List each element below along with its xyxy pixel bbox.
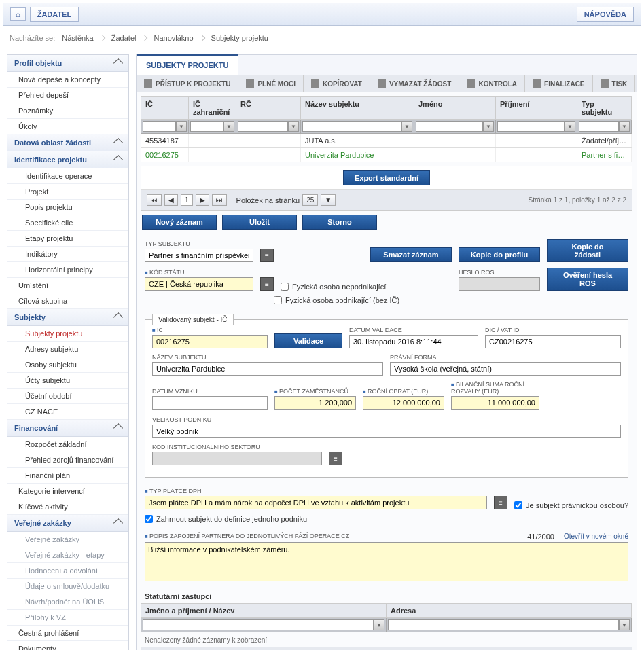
filter-button[interactable]: ▼ bbox=[619, 619, 630, 630]
sb-item-klicove-aktivity[interactable]: Klíčové aktivity bbox=[7, 499, 128, 515]
col-jmeno[interactable]: Jméno bbox=[414, 97, 496, 119]
filter-nazev[interactable] bbox=[302, 121, 401, 132]
col-nazev[interactable]: Název subjektu bbox=[301, 97, 414, 119]
pocet-zam-input[interactable] bbox=[274, 396, 356, 410]
filter-rc[interactable] bbox=[238, 121, 288, 132]
filter-adresa[interactable] bbox=[388, 619, 619, 630]
sb-item-dokumenty[interactable]: Dokumenty bbox=[7, 641, 128, 650]
dic-input[interactable] bbox=[485, 335, 621, 348]
col-icz[interactable]: IČ zahraniční bbox=[189, 97, 236, 119]
typ-platce-input[interactable] bbox=[145, 496, 487, 509]
kod-inst-input[interactable] bbox=[152, 452, 322, 465]
sb-datova-oblast[interactable]: Datová oblast žádosti bbox=[7, 134, 128, 151]
sb-item-cilova-skupina[interactable]: Cílová skupina bbox=[7, 293, 128, 309]
ic-input[interactable] bbox=[152, 335, 268, 348]
page-current[interactable]: 1 bbox=[181, 194, 193, 206]
validace-button[interactable]: Validace bbox=[274, 333, 342, 348]
col-ic[interactable]: IČ bbox=[141, 97, 189, 119]
sb-item-vz[interactable]: Veřejné zakázky bbox=[7, 532, 128, 547]
sb-item-subjekty-projektu[interactable]: Subjekty projektu bbox=[7, 326, 128, 342]
sb-item-prilohy-vz[interactable]: Přílohy k VZ bbox=[7, 610, 128, 626]
new-record-button[interactable]: Nový záznam bbox=[142, 215, 217, 230]
sb-item-poznamky[interactable]: Poznámky bbox=[7, 103, 128, 119]
cancel-button[interactable]: Storno bbox=[302, 215, 377, 230]
per-page-value[interactable]: 25 bbox=[302, 194, 318, 206]
sb-financovani[interactable]: Financování bbox=[7, 420, 128, 437]
sb-item-nova-depese[interactable]: Nová depeše a koncepty bbox=[7, 72, 128, 88]
filter-jmeno-nazev[interactable] bbox=[143, 619, 374, 630]
list-icon[interactable]: ≡ bbox=[494, 496, 507, 509]
crumb-zadatel[interactable]: Žadatel bbox=[111, 34, 137, 42]
page-next[interactable]: ▶ bbox=[196, 194, 209, 206]
col-rc[interactable]: RČ bbox=[236, 97, 301, 119]
help-button[interactable]: NÁPOVĚDA bbox=[577, 7, 634, 22]
crumb-nanovlakno[interactable]: Nanovlákno bbox=[154, 34, 193, 42]
filter-button[interactable]: ▼ bbox=[483, 121, 494, 132]
sb-item-ucetni-obdobi[interactable]: Účetní období bbox=[7, 389, 128, 404]
sb-item-specificke-cile[interactable]: Specifické cíle bbox=[7, 215, 128, 231]
copy-profile-button[interactable]: Kopie do profilu bbox=[459, 247, 540, 262]
fyz-podn-checkbox[interactable]: Fyzická osoba podnikající (bez IČ) bbox=[274, 296, 399, 304]
zahrnout-checkbox[interactable]: Zahrnout subjekt do definice jednoho pod… bbox=[145, 515, 628, 523]
delete-record-button[interactable]: Smazat záznam bbox=[370, 247, 452, 262]
sb-profil-objektu[interactable]: Profil objektu bbox=[7, 55, 128, 72]
page-last[interactable]: ⏭ bbox=[212, 194, 227, 206]
filter-button[interactable]: ▼ bbox=[619, 121, 630, 132]
sb-item-navrh-uohs[interactable]: Návrh/podnět na ÚOHS bbox=[7, 594, 128, 610]
sb-item-projekt[interactable]: Projekt bbox=[7, 184, 128, 200]
filter-prijmeni[interactable] bbox=[497, 121, 565, 132]
zadatel-button[interactable]: ŽADATEL bbox=[30, 7, 79, 22]
filter-button[interactable]: ▼ bbox=[374, 619, 384, 630]
bilancni-suma-input[interactable] bbox=[451, 396, 539, 410]
per-page-dropdown[interactable]: ▼ bbox=[321, 194, 336, 206]
popis-zapojeni-textarea[interactable] bbox=[145, 542, 628, 581]
filter-typ[interactable] bbox=[579, 121, 619, 132]
sb-item-etapy[interactable]: Etapy projektu bbox=[7, 231, 128, 247]
tb-tisk[interactable]: TISK bbox=[593, 75, 636, 92]
sb-item-cz-nace[interactable]: CZ NACE bbox=[7, 404, 128, 420]
open-new-window-link[interactable]: Otevřít v novém okně bbox=[564, 532, 628, 541]
sb-item-indikatory[interactable]: Indikátory bbox=[7, 247, 128, 262]
save-button[interactable]: Uložit bbox=[222, 215, 297, 230]
filter-button[interactable]: ▼ bbox=[565, 121, 575, 132]
kod-statu-input[interactable] bbox=[145, 277, 253, 291]
sb-verejne-zakazky[interactable]: Veřejné zakázky bbox=[7, 515, 128, 532]
table-row[interactable]: 00216275 Univerzita Pardubice Partner s … bbox=[141, 148, 632, 162]
je-pravnicka-checkbox[interactable]: Je subjekt právnickou osobou? bbox=[514, 501, 628, 509]
sb-item-horizontalni-principy[interactable]: Horizontální principy bbox=[7, 262, 128, 278]
copy-request-button[interactable]: Kopie do žádosti bbox=[547, 239, 628, 262]
datum-vzniku-input[interactable] bbox=[152, 396, 268, 410]
sb-item-udaje-smlouva[interactable]: Údaje o smlouvě/dodatku bbox=[7, 579, 128, 594]
col-typ[interactable]: Typ subjektu bbox=[577, 97, 632, 119]
sb-item-vz-etapy[interactable]: Veřejné zakázky - etapy bbox=[7, 547, 128, 563]
sb-item-financni-plan[interactable]: Finanční plán bbox=[7, 468, 128, 484]
filter-jmeno[interactable] bbox=[416, 121, 483, 132]
filter-button[interactable]: ▼ bbox=[288, 121, 299, 132]
sb-item-rozpocet[interactable]: Rozpočet základní bbox=[7, 437, 128, 452]
rocni-obrat-input[interactable] bbox=[363, 396, 444, 410]
velikost-podniku-input[interactable] bbox=[152, 425, 621, 438]
col-jmeno-nazev[interactable]: Jméno a příjmení / Název bbox=[141, 604, 387, 617]
crumb-nastenka[interactable]: Nástěnka bbox=[62, 34, 93, 42]
filter-button[interactable]: ▼ bbox=[223, 121, 234, 132]
heslo-ros-input[interactable] bbox=[459, 277, 540, 291]
col-adresa[interactable]: Adresa bbox=[387, 604, 632, 617]
export-button[interactable]: Export standardní bbox=[343, 170, 430, 185]
table-row[interactable]: 45534187 JUTA a.s. Žadatel/příjem... bbox=[141, 134, 632, 148]
overeni-ros-button[interactable]: Ověření hesla ROS bbox=[547, 268, 628, 291]
filter-icz[interactable] bbox=[190, 121, 223, 132]
sb-item-kategorie-intervenci[interactable]: Kategorie intervencí bbox=[7, 484, 128, 499]
col-prijmeni[interactable]: Příjmení bbox=[496, 97, 577, 119]
tb-kopirovat[interactable]: KOPÍROVAT bbox=[304, 75, 370, 92]
sb-item-hodnoceni[interactable]: Hodnocení a odvolání bbox=[7, 563, 128, 579]
list-icon[interactable]: ≡ bbox=[260, 249, 274, 262]
filter-button[interactable]: ▼ bbox=[401, 121, 412, 132]
list-icon[interactable]: ≡ bbox=[260, 277, 274, 291]
tb-plne-moci[interactable]: PLNÉ MOCI bbox=[238, 75, 304, 92]
page-first[interactable]: ⏮ bbox=[147, 194, 162, 206]
sb-item-identifikace-operace[interactable]: Identifikace operace bbox=[7, 168, 128, 184]
tb-vymazat[interactable]: VYMAZAT ŽÁDOST bbox=[370, 75, 459, 92]
pravni-forma-input[interactable] bbox=[390, 362, 621, 376]
sb-item-adresy-subjektu[interactable]: Adresy subjektu bbox=[7, 342, 128, 357]
sb-item-prehled-zdroju[interactable]: Přehled zdrojů financování bbox=[7, 452, 128, 468]
